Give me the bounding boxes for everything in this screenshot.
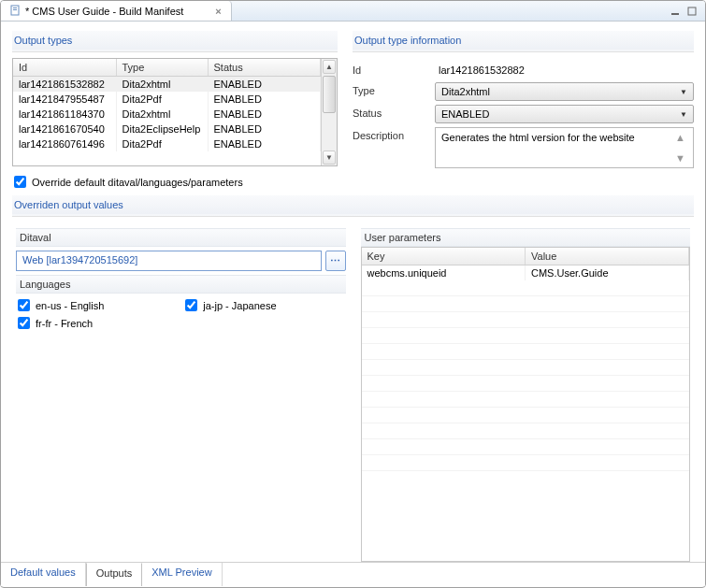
col-type[interactable]: Type: [116, 59, 208, 77]
output-types-title: Output types: [12, 31, 338, 51]
info-status-label: Status: [353, 105, 427, 123]
language-checkbox-ja[interactable]: [185, 299, 197, 311]
tab-outputs[interactable]: Outputs: [86, 563, 143, 586]
minimize-icon[interactable]: [670, 6, 681, 17]
scroll-up-icon[interactable]: ▲: [675, 132, 685, 143]
language-checkbox-fr[interactable]: [18, 317, 30, 329]
override-checkbox[interactable]: [14, 176, 26, 188]
editor-tab[interactable]: * CMS User Guide - Build Manifest ×: [1, 1, 232, 21]
chevron-down-icon: ▼: [680, 88, 687, 96]
ditaval-input[interactable]: Web [lar1394720515692]: [16, 251, 322, 271]
language-checkbox-en[interactable]: [18, 299, 30, 311]
info-id-value: lar1421861532882: [435, 62, 694, 79]
language-item: fr-fr - French: [18, 317, 176, 329]
table-row[interactable]: lar1421861532882Dita2xhtmlENABLED: [13, 77, 321, 93]
scroll-up-icon[interactable]: ▲: [323, 60, 336, 74]
scroll-down-icon[interactable]: ▼: [323, 151, 336, 165]
bottom-tabstrip: Default values Outputs XML Preview: [1, 562, 705, 586]
maximize-icon[interactable]: [686, 6, 698, 17]
tab-title: * CMS User Guide - Build Manifest: [25, 6, 183, 17]
table-row[interactable]: lar1421861670540Dita2EclipseHelpENABLED: [13, 122, 321, 136]
language-item: ja-jp - Japanese: [185, 299, 343, 311]
type-select[interactable]: Dita2xhtml▼: [435, 82, 694, 101]
override-values-title: Overriden output values: [12, 195, 694, 216]
svg-rect-3: [671, 13, 679, 15]
languages-label: Languages: [16, 275, 346, 294]
svg-rect-1: [13, 7, 17, 8]
col-value[interactable]: Value: [526, 248, 689, 265]
tab-xml-preview[interactable]: XML Preview: [142, 563, 222, 586]
description-textarea[interactable]: Generates the html version for the websi…: [435, 127, 694, 168]
chevron-down-icon: ▼: [680, 110, 687, 119]
output-info-title: Output type information: [353, 31, 694, 51]
language-item: en-us - English: [18, 299, 176, 311]
tab-default-values[interactable]: Default values: [1, 563, 86, 586]
col-status[interactable]: Status: [208, 59, 321, 77]
status-select[interactable]: ENABLED▼: [435, 105, 694, 123]
output-types-table[interactable]: Id Type Status lar1421861532882Dita2xhtm…: [12, 58, 338, 166]
scroll-thumb[interactable]: [323, 76, 336, 113]
svg-rect-4: [688, 7, 696, 15]
document-icon: [10, 5, 22, 18]
browse-button[interactable]: ⋯: [325, 251, 346, 271]
override-checkbox-label: Override default ditaval/languages/param…: [32, 177, 243, 188]
close-icon[interactable]: ×: [215, 6, 221, 17]
ditaval-label: Ditaval: [16, 228, 346, 247]
col-key[interactable]: Key: [362, 248, 526, 265]
vertical-scrollbar[interactable]: ▲ ▼: [321, 59, 337, 165]
scroll-down-icon[interactable]: ▼: [675, 152, 685, 164]
svg-rect-2: [13, 9, 17, 10]
col-id[interactable]: Id: [13, 59, 116, 77]
table-row[interactable]: lar1421847955487Dita2PdfENABLED: [13, 92, 321, 107]
info-description-label: Description: [353, 127, 427, 168]
table-row[interactable]: lar1421861184370Dita2xhtmlENABLED: [13, 107, 321, 122]
title-bar: * CMS User Guide - Build Manifest ×: [1, 1, 705, 22]
info-id-label: Id: [353, 62, 427, 79]
info-type-label: Type: [353, 82, 427, 101]
user-parameters-table[interactable]: Key Value webcms.uniqueidCMS.User.Guide: [361, 247, 691, 562]
table-row[interactable]: webcms.uniqueidCMS.User.Guide: [362, 265, 689, 281]
ellipsis-icon: ⋯: [330, 255, 341, 267]
params-label: User parameters: [361, 228, 691, 247]
table-row[interactable]: lar1421860761496Dita2PdfENABLED: [13, 136, 321, 151]
